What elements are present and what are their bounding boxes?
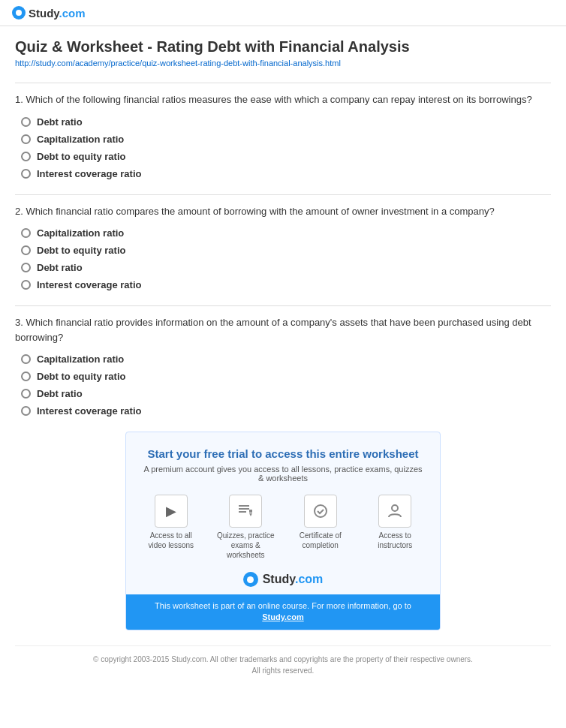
trial-title: Start your free trial to access this ent…: [141, 447, 425, 460]
feature-video: ▶ Access to all video lessons: [141, 495, 201, 560]
divider-2: [15, 194, 551, 195]
question-2: 2. Which financial ratio compares the am…: [15, 204, 551, 291]
main-content: Quiz & Worksheet - Rating Debt with Fina…: [0, 26, 566, 696]
question-3-options: Capitalization ratio Debt to equity rati…: [15, 353, 551, 417]
divider-1: [15, 83, 551, 83]
question-2-text: 2. Which financial ratio compares the am…: [15, 204, 551, 219]
question-3-text: 3. Which financial ratio provides inform…: [15, 315, 551, 344]
trial-box: Start your free trial to access this ent…: [125, 432, 441, 630]
option-label[interactable]: Capitalization ratio: [37, 353, 124, 365]
list-item: Debt ratio: [21, 116, 551, 128]
feature-label: Access to all video lessons: [141, 531, 201, 550]
option-label[interactable]: Debt to equity ratio: [37, 371, 125, 382]
divider-3: [15, 305, 551, 306]
trial-logo: Study.com: [141, 572, 425, 587]
list-item: Interest coverage ratio: [21, 168, 551, 179]
radio-1-3[interactable]: [21, 152, 31, 161]
radio-1-1[interactable]: [21, 117, 31, 127]
footer: © copyright 2003-2015 Study.com. All oth…: [15, 645, 551, 684]
option-label[interactable]: Interest coverage ratio: [37, 279, 141, 290]
feature-label: Certificate of completion: [291, 531, 351, 550]
footer-line1: © copyright 2003-2015 Study.com. All oth…: [23, 654, 543, 665]
list-item: Interest coverage ratio: [21, 279, 551, 290]
svg-marker-4: [249, 513, 252, 516]
trial-subtitle: A premium account gives you access to al…: [141, 465, 425, 483]
feature-label: Access to instructors: [366, 531, 426, 550]
feature-quizzes: Quizzes, practice exams & worksheets: [216, 495, 276, 560]
list-item: Debt to equity ratio: [21, 245, 551, 256]
radio-3-4[interactable]: [21, 406, 31, 416]
radio-2-4[interactable]: [21, 280, 31, 290]
option-label[interactable]: Debt to equity ratio: [37, 245, 125, 256]
question-1-text: 1. Which of the following financial rati…: [15, 92, 551, 107]
svg-point-5: [315, 505, 327, 517]
option-label[interactable]: Capitalization ratio: [37, 134, 124, 145]
logo-icon: [12, 6, 26, 20]
list-item: Debt to equity ratio: [21, 151, 551, 162]
option-label[interactable]: Debt ratio: [37, 116, 83, 128]
list-item: Debt to equity ratio: [21, 371, 551, 382]
option-label[interactable]: Debt to equity ratio: [37, 151, 125, 162]
svg-point-6: [392, 505, 398, 511]
certificate-icon: [304, 495, 337, 528]
radio-3-1[interactable]: [21, 354, 31, 364]
svg-rect-1: [239, 508, 249, 510]
list-item: Capitalization ratio: [21, 353, 551, 365]
list-item: Capitalization ratio: [21, 227, 551, 239]
question-1: 1. Which of the following financial rati…: [15, 92, 551, 179]
svg-rect-2: [239, 511, 246, 513]
radio-3-3[interactable]: [21, 389, 31, 399]
option-label[interactable]: Debt ratio: [37, 262, 83, 273]
radio-2-3[interactable]: [21, 263, 31, 272]
option-label[interactable]: Interest coverage ratio: [37, 168, 141, 179]
page-title: Quiz & Worksheet - Rating Debt with Fina…: [15, 38, 551, 56]
option-label[interactable]: Interest coverage ratio: [37, 405, 141, 417]
feature-instructors: Access to instructors: [366, 495, 426, 560]
trial-banner: This worksheet is part of an online cour…: [126, 594, 440, 630]
radio-3-2[interactable]: [21, 372, 31, 381]
trial-features: ▶ Access to all video lessons Quizzes, p…: [141, 495, 425, 560]
list-item: Debt ratio: [21, 388, 551, 399]
radio-2-1[interactable]: [21, 228, 31, 238]
radio-2-2[interactable]: [21, 245, 31, 255]
list-item: Capitalization ratio: [21, 134, 551, 145]
page-url[interactable]: http://study.com/academy/practice/quiz-w…: [15, 59, 551, 68]
footer-line2: All rights reserved.: [23, 665, 543, 676]
question-3: 3. Which financial ratio provides inform…: [15, 315, 551, 417]
radio-1-4[interactable]: [21, 169, 31, 179]
question-2-options: Capitalization ratio Debt to equity rati…: [15, 227, 551, 290]
feature-certificate: Certificate of completion: [291, 495, 351, 560]
list-item: Debt ratio: [21, 262, 551, 273]
question-1-options: Debt ratio Capitalization ratio Debt to …: [15, 116, 551, 179]
radio-1-2[interactable]: [21, 134, 31, 144]
list-item: Interest coverage ratio: [21, 405, 551, 417]
quizzes-icon: [229, 495, 262, 528]
trial-banner-link[interactable]: Study.com: [262, 612, 303, 621]
trial-logo-icon: [243, 572, 258, 587]
svg-rect-3: [249, 510, 252, 513]
video-icon: ▶: [155, 495, 188, 528]
logo: Study.com: [12, 6, 86, 20]
logo-text: Study.com: [29, 7, 86, 20]
trial-logo-text: Study.com: [263, 573, 324, 586]
option-label[interactable]: Capitalization ratio: [37, 227, 124, 239]
feature-label: Quizzes, practice exams & worksheets: [216, 531, 276, 560]
header: Study.com: [0, 0, 566, 26]
svg-rect-0: [239, 505, 249, 507]
option-label[interactable]: Debt ratio: [37, 388, 83, 399]
instructors-icon: [378, 495, 411, 528]
